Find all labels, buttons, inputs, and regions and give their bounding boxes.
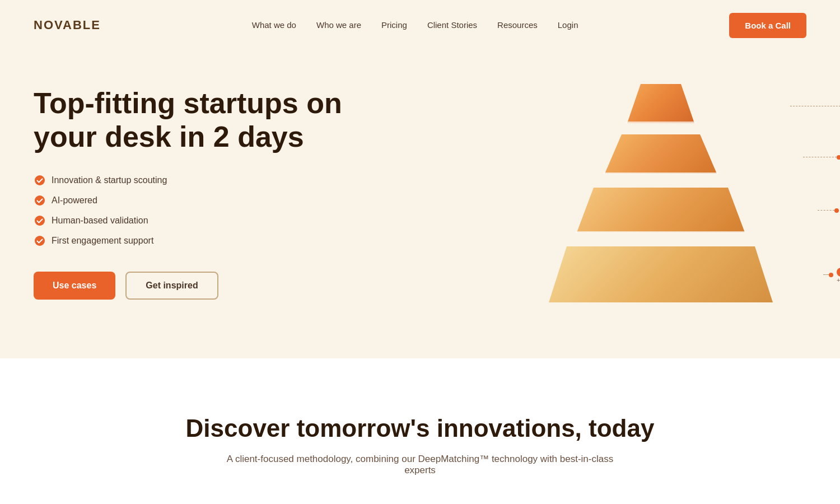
nav-what-we-do[interactable]: What we do [252,20,296,30]
ann-text-1: 1Novable Database +3 million companies [837,266,840,283]
logo[interactable]: NOVABLE [34,18,101,32]
hero-section: Top-fitting startups on your desk in 2 d… [0,0,840,358]
nav-pricing[interactable]: Pricing [381,20,407,30]
check-icon-4 [34,235,46,247]
pyramid-visual: 4Golden Basket a tailor-made list of com… [515,73,806,314]
nav-client-stories[interactable]: Client Stories [427,20,477,30]
separator-2 [604,172,718,174]
svg-point-0 [35,175,45,185]
check-item-4: First engagement support [34,235,347,247]
check-icon-3 [34,214,46,227]
ann-line-3 [803,157,837,157]
ann-line-2 [818,210,834,211]
ann-num-1: 1 [837,268,840,277]
ann-dot-2 [834,208,839,213]
check-icon-2 [34,194,46,207]
check-icon-1 [34,174,46,186]
svg-point-3 [35,236,45,246]
hero-content: Top-fitting startups on your desk in 2 d… [34,87,347,300]
ann-line-4 [790,106,840,106]
pyramid-layer-4 [549,246,773,302]
hero-checklist: Innovation & startup scouting AI-powered [34,174,347,247]
nav-who-we-are[interactable]: Who we are [316,20,361,30]
nav-links: What we do Who we are Pricing Client Sto… [252,20,578,30]
pyramid-container: 4Golden Basket a tailor-made list of com… [515,73,806,314]
ann-line-1 [823,274,829,275]
hero-buttons: Use cases Get inspired [34,272,347,300]
pyramid-layer-2 [605,134,717,174]
pyramid-layer-1 [627,84,694,123]
check-item-1: Innovation & startup scouting [34,174,347,186]
nav-login[interactable]: Login [558,20,578,30]
hero-title: Top-fitting startups on your desk in 2 d… [34,87,347,154]
section2-title: Discover tomorrow's innovations, today [34,414,806,442]
check-item-3: Human-based validation [34,214,347,227]
book-call-button[interactable]: Book a Call [729,13,806,38]
separator-3 [576,231,746,233]
annotation-novable-database: 1Novable Database +3 million companies [823,266,840,283]
annotation-golden-basket: 4Golden Basket a tailor-made list of com… [790,94,840,118]
separator-1 [626,122,696,123]
check-item-2: AI-powered [34,194,347,207]
navbar: NOVABLE What we do Who we are Pricing Cl… [0,0,840,50]
ann-dot-1 [829,273,833,277]
get-inspired-button[interactable]: Get inspired [125,272,218,300]
annotation-novable-agents: 3Novable Agents 2-day delivery [803,148,840,166]
nav-resources[interactable]: Resources [497,20,538,30]
svg-point-1 [35,195,45,206]
section2-subtitle: A client-focused methodology, combining … [224,454,616,476]
annotation-deepmatching: 2DeepMatching™ AI-assisted matching [818,202,840,219]
pyramid-layer-3 [577,188,745,232]
ann-dot-3 [837,155,840,160]
use-cases-button[interactable]: Use cases [34,272,115,300]
svg-point-2 [35,216,45,226]
section2: Discover tomorrow's innovations, today A… [0,358,840,504]
